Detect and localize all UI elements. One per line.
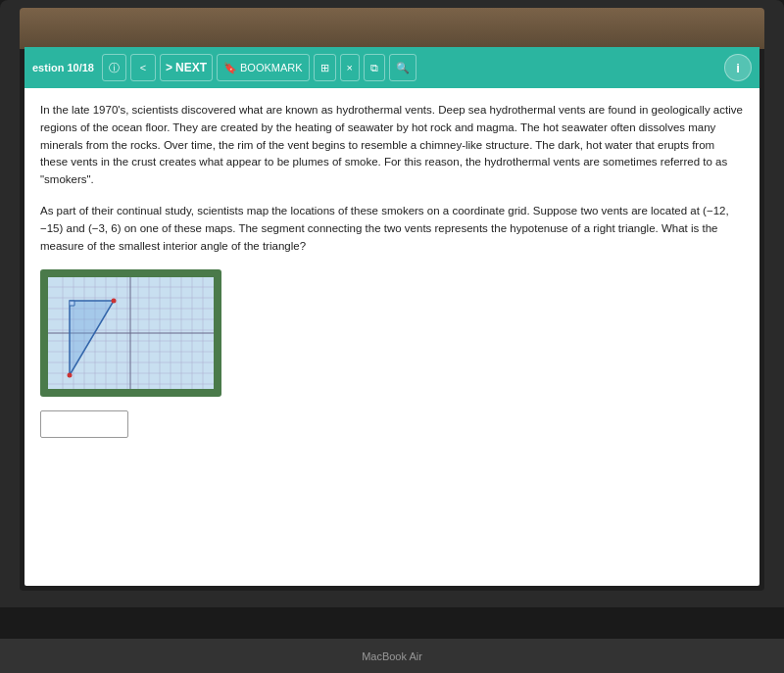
background-image — [20, 8, 764, 49]
bottom-bar: MacBook Air — [0, 639, 784, 673]
answer-input[interactable] — [40, 410, 128, 438]
close-icon: × — [347, 62, 353, 73]
content-area: In the late 1970's, scientists discovere… — [24, 88, 760, 452]
answer-area — [40, 410, 744, 438]
info-icon: ⓘ — [109, 61, 120, 75]
toolbar: estion 10/18 ⓘ < > NEXT 🔖 BOOKMARK ⊞ × — [24, 47, 760, 88]
coordinate-grid-image — [40, 269, 221, 397]
bookmark-button[interactable]: 🔖 BOOKMARK — [217, 54, 310, 81]
help-icon: i — [736, 61, 740, 75]
grid-icon: ⊞ — [320, 62, 329, 74]
chevron-right-icon: > — [166, 61, 172, 74]
bookmark-label: BOOKMARK — [240, 62, 303, 73]
app-window: estion 10/18 ⓘ < > NEXT 🔖 BOOKMARK ⊞ × — [24, 47, 760, 586]
macbook-label: MacBook Air — [362, 650, 422, 662]
bookmark-icon: 🔖 — [223, 62, 237, 74]
svg-point-28 — [68, 372, 73, 377]
toolbar-right: i — [724, 54, 752, 81]
search-button[interactable]: 🔍 — [389, 54, 416, 81]
info-circle-button[interactable]: ⓘ — [102, 54, 126, 81]
window-button[interactable]: ⧉ — [364, 54, 385, 81]
prev-button[interactable]: < — [130, 54, 156, 81]
question-indicator: estion 10/18 — [32, 62, 94, 73]
next-label: NEXT — [175, 61, 207, 74]
passage-content: In the late 1970's, scientists discovere… — [40, 104, 743, 185]
search-icon: 🔍 — [396, 62, 410, 74]
window-icon: ⧉ — [370, 62, 378, 74]
chevron-left-icon: < — [140, 62, 146, 73]
svg-point-29 — [112, 298, 117, 303]
question-text: As part of their continual study, scient… — [40, 203, 744, 255]
screen: estion 10/18 ⓘ < > NEXT 🔖 BOOKMARK ⊞ × — [20, 8, 764, 591]
grid-inner — [48, 277, 214, 389]
passage-text: In the late 1970's, scientists discovere… — [40, 102, 744, 189]
close-button[interactable]: × — [340, 54, 360, 81]
next-button[interactable]: > NEXT — [160, 54, 213, 81]
question-content: As part of their continual study, scient… — [40, 205, 729, 252]
grid-svg — [48, 277, 214, 389]
help-button[interactable]: i — [724, 54, 752, 81]
grid-view-button[interactable]: ⊞ — [314, 54, 336, 81]
